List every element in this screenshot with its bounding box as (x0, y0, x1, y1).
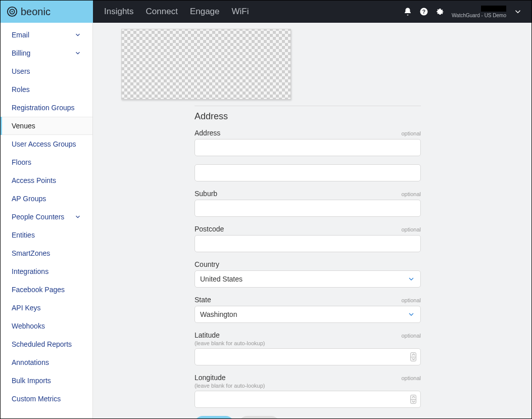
optional-badge: optional (401, 226, 421, 232)
sidebar-item-annotations[interactable]: Annotations (1, 353, 92, 371)
svg-text:?: ? (422, 9, 425, 15)
address-input-1[interactable] (195, 139, 421, 156)
sidebar-item-access-points[interactable]: Access Points (1, 171, 92, 190)
sidebar-item-label: Entities (12, 231, 35, 239)
label-state: State (195, 296, 211, 304)
sidebar-item-billing[interactable]: Billing (1, 44, 92, 62)
chevron-down-icon (74, 50, 81, 57)
spinner-down-icon (412, 358, 415, 360)
top-right: ? WatchGuard - US Demo (403, 6, 531, 18)
brand-logo[interactable]: beonic (1, 1, 93, 23)
optional-badge: optional (401, 375, 421, 381)
latitude-input[interactable] (195, 348, 421, 365)
nav-insights[interactable]: Insights (104, 7, 134, 17)
label-latitude: Latitude (195, 331, 220, 339)
select-value: United States (200, 275, 243, 283)
top-nav: Insights Connect Engage WiFi (93, 7, 249, 17)
button-row: Create Cancel (93, 416, 421, 418)
sidebar-item-label: Custom Metrics (12, 395, 61, 403)
sidebar-item-label: Floors (12, 158, 31, 166)
create-button[interactable]: Create (195, 416, 234, 418)
sidebar-item-entities[interactable]: Entities (1, 226, 92, 244)
help-icon[interactable]: ? (419, 7, 428, 16)
org-selector[interactable]: WatchGuard - US Demo (452, 6, 506, 18)
image-placeholder[interactable] (121, 29, 291, 100)
label-longitude: Longitude (195, 374, 226, 382)
gear-icon[interactable] (436, 7, 445, 16)
label-country: Country (195, 260, 219, 268)
sidebar: Email Billing Users Roles Registration G… (1, 23, 93, 418)
sidebar-item-custom-metrics[interactable]: Custom Metrics (1, 390, 92, 408)
sidebar-item-registration-groups[interactable]: Registration Groups (1, 99, 92, 117)
optional-badge: optional (401, 130, 421, 136)
sidebar-item-venues[interactable]: Venues (1, 117, 92, 135)
label-suburb: Suburb (195, 190, 217, 198)
spinner-up-icon (412, 396, 415, 398)
sidebar-item-label: People Counters (12, 213, 64, 221)
suburb-input[interactable] (195, 200, 421, 217)
sidebar-item-label: API Keys (12, 304, 41, 312)
nav-wifi[interactable]: WiFi (232, 7, 249, 17)
sidebar-item-label: Email (12, 31, 29, 39)
brand-name: beonic (21, 6, 51, 18)
org-name: WatchGuard - US Demo (452, 13, 506, 18)
label-address: Address (195, 129, 220, 137)
longitude-input[interactable] (195, 391, 421, 408)
label-postcode: Postcode (195, 225, 224, 233)
sidebar-item-floors[interactable]: Floors (1, 153, 92, 171)
spinner-down-icon (412, 400, 415, 403)
brand-icon (7, 6, 18, 17)
sidebar-item-roles[interactable]: Roles (1, 80, 92, 99)
sidebar-item-people-counters[interactable]: People Counters (1, 208, 92, 226)
org-logo-placeholder (481, 6, 506, 12)
chevron-down-icon[interactable] (513, 7, 522, 16)
sidebar-item-label: Bulk Imports (12, 377, 51, 385)
sidebar-item-webhooks[interactable]: Webhooks (1, 317, 92, 335)
sidebar-item-email[interactable]: Email (1, 26, 92, 44)
hint-latitude: (leave blank for auto-lookup) (93, 340, 421, 346)
state-select[interactable]: Washington (195, 306, 421, 323)
sidebar-item-user-access-groups[interactable]: User Access Groups (1, 135, 92, 153)
chevron-down-icon (74, 213, 81, 220)
address-input-2[interactable] (195, 164, 421, 181)
sidebar-item-label: Integrations (12, 267, 49, 275)
sidebar-item-bulk-imports[interactable]: Bulk Imports (1, 371, 92, 390)
number-spinner[interactable] (410, 352, 416, 361)
nav-engage[interactable]: Engage (190, 7, 220, 17)
sidebar-item-label: AP Groups (12, 195, 46, 203)
sidebar-item-scheduled-reports[interactable]: Scheduled Reports (1, 335, 92, 353)
sidebar-item-label: Facebook Pages (12, 286, 65, 294)
sidebar-item-label: Annotations (12, 358, 49, 366)
number-spinner[interactable] (410, 395, 416, 404)
sidebar-item-label: User Access Groups (12, 140, 76, 148)
postcode-input[interactable] (195, 235, 421, 252)
sidebar-item-label: Webhooks (12, 322, 45, 330)
section-divider (195, 106, 421, 106)
sidebar-item-facebook-pages[interactable]: Facebook Pages (1, 281, 92, 299)
svg-point-2 (12, 11, 13, 13)
sidebar-item-label: Scheduled Reports (12, 340, 72, 348)
nav-connect[interactable]: Connect (146, 7, 178, 17)
sidebar-item-users[interactable]: Users (1, 62, 92, 80)
sidebar-item-label: Billing (12, 49, 30, 57)
sidebar-item-label: Access Points (12, 176, 56, 184)
cancel-button[interactable]: Cancel (239, 416, 279, 418)
sidebar-item-smartzones[interactable]: SmartZones (1, 244, 92, 262)
topbar: beonic Insights Connect Engage WiFi ? Wa… (1, 1, 531, 23)
sidebar-item-integrations[interactable]: Integrations (1, 262, 92, 281)
sidebar-item-api-keys[interactable]: API Keys (1, 299, 92, 317)
spinner-up-icon (412, 353, 415, 356)
bell-icon[interactable] (403, 7, 412, 16)
chevron-down-icon (407, 310, 415, 318)
chevron-down-icon (407, 275, 415, 283)
sidebar-item-label: Venues (12, 122, 35, 130)
sidebar-item-label: Users (12, 67, 30, 75)
section-title-address: Address (93, 111, 421, 122)
sidebar-item-label: Roles (12, 85, 30, 94)
sidebar-item-ap-groups[interactable]: AP Groups (1, 190, 92, 208)
main-content: Address Addressoptional Suburboptional P… (93, 23, 531, 418)
optional-badge: optional (401, 297, 421, 303)
country-select[interactable]: United States (195, 270, 421, 288)
optional-badge: optional (401, 191, 421, 197)
select-value: Washington (200, 310, 237, 318)
